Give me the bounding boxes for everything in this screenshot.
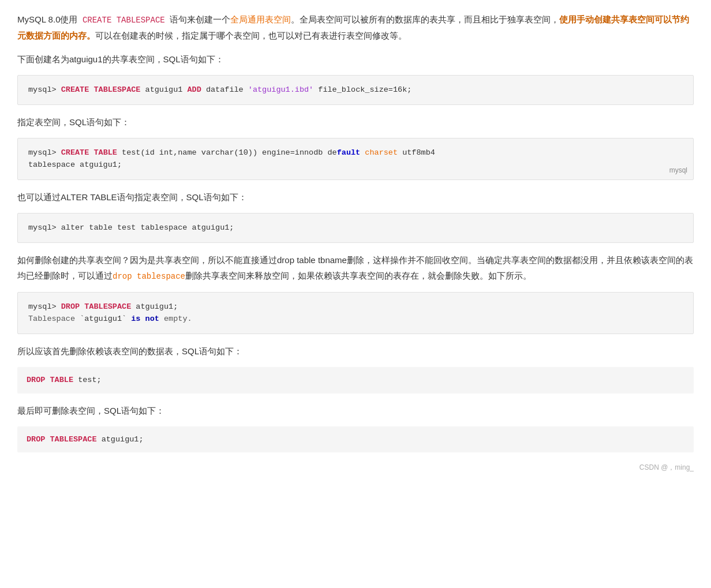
prompt-3: mysql> [28,223,61,232]
watermark: CSDN @，ming_ [17,462,694,473]
code-block-1: mysql> CREATE TABLESPACE atguigu1 ADD da… [17,75,694,105]
prompt-2: mysql> [28,148,61,157]
kw-add-1: ADD [187,85,201,94]
code-block-4: mysql> DROP TABLESPACE atguigu1; Tablesp… [17,292,694,334]
code-line-2: tablespace atguigu1; [28,159,683,171]
create-tablespace-kw: CREATE TABLESPACE [77,16,170,25]
code-line-1: mysql> CREATE TABLE test(id int,name var… [28,147,683,159]
kw-drop-table-1: DROP [27,376,45,384]
code-block-6: DROP TABLESPACE atguigu1; [17,426,694,453]
alter-code-text: alter table test tablespace atguigu1; [61,223,234,232]
kw-tablespace-1: TABLESPACE [93,85,140,94]
kw-tablespace-drop-1: TABLESPACE [84,302,131,311]
specify-tablespace-intro: 指定表空间，SQL语句如下： [17,114,694,130]
kw-charset: charset [365,148,398,157]
global-tablespace-link: 全局通用表空间 [230,14,291,24]
kw-drop-1: DROP [61,302,80,311]
drop-tablespace-line1: mysql> DROP TABLESPACE atguigu1; [28,301,683,313]
kw-fault: fault [337,148,361,157]
delete-tablespace-intro: 如何删除创建的共享表空间？因为是共享表空间，所以不能直接通过drop table… [17,252,694,284]
kw-table-drop: TABLE [50,376,74,384]
delete-table-intro: 所以应该首先删除依赖该表空间的数据表，SQL语句如下： [17,343,694,359]
prompt-4: mysql> [28,302,61,311]
create-tablespace-intro: 下面创建名为atguigu1的共享表空间，SQL语句如下： [17,51,694,67]
alter-tablespace-intro: 也可以通过ALTER TABLE语句指定表空间，SQL语句如下： [17,189,694,205]
para1-middle: 语句来创建一个 [170,14,230,24]
kw-create-1: CREATE [61,85,89,94]
delete-tablespace-final-intro: 最后即可删除表空间，SQL语句如下： [17,403,694,418]
code-block-2: mysql> CREATE TABLE test(id int,name var… [17,138,694,180]
str-ibd: 'atguigu1.ibd' [248,85,313,94]
para1-end: 可以在创建表的时候，指定属于哪个表空间，也可以对已有表进行表空间修改等。 [95,31,407,40]
kw-create-2: CREATE [61,148,89,157]
prompt-1: mysql> [28,85,61,94]
kw-table-2: TABLE [93,148,117,157]
drop-tablespace-result: Tablespace `atguigu1` is not empty. [28,313,683,325]
intro-paragraph: MySQL 8.0使用 CREATE TABLESPACE 语句来创建一个全局通… [17,12,694,43]
main-content: MySQL 8.0使用 CREATE TABLESPACE 语句来创建一个全局通… [17,12,694,474]
code-block-3: mysql> alter table test tablespace atgui… [17,213,694,243]
kw-tablespace-drop-2: TABLESPACE [50,435,97,444]
code-label-mysql: mysql [669,165,687,176]
kw-drop-2: DROP [27,435,45,444]
para1-suffix: 。全局表空间可以被所有的数据库的表共享，而且相比于独享表空间， [291,14,559,24]
code-block-5: DROP TABLE test; [17,367,694,394]
para1-prefix: MySQL 8.0使用 [17,14,77,24]
drop-tablespace-inline: drop tablespace [113,272,185,281]
